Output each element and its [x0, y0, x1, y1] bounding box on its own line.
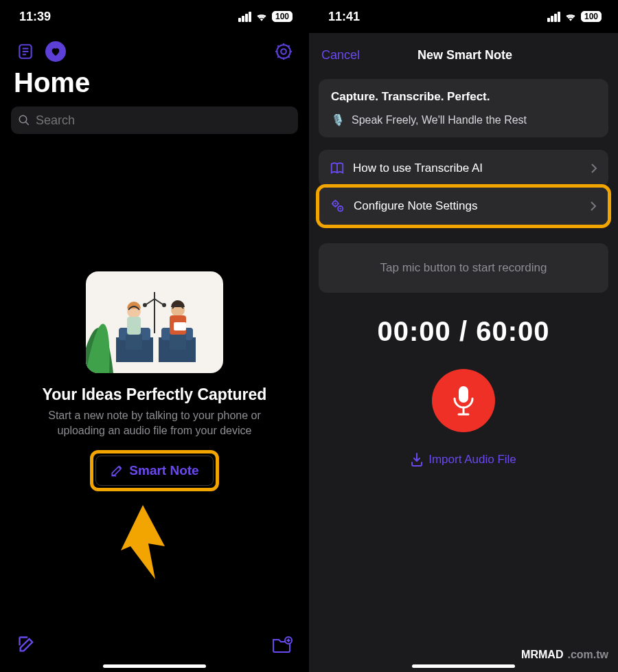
svg-rect-22 [126, 335, 142, 350]
hero-illustration [86, 271, 223, 373]
status-time: 11:39 [19, 10, 51, 24]
signal-icon [547, 12, 560, 22]
battery-indicator: 100 [272, 11, 293, 22]
chevron-right-icon [590, 201, 597, 212]
pointer-arrow-annotation [115, 505, 170, 581]
watermark: MRMAD.com.tw [502, 647, 608, 662]
svg-line-30 [154, 299, 163, 304]
highlight-ring: Configure Note Settings [316, 184, 611, 228]
row-label: How to use Transcribe AI [353, 161, 582, 175]
svg-point-29 [143, 303, 147, 307]
watermark-logo-icon [502, 647, 517, 662]
hero-title: Your Ideas Perfectly Captured [43, 385, 267, 404]
smart-note-button[interactable]: Smart Note [95, 456, 213, 486]
import-icon [411, 453, 423, 467]
info-card: Capture. Transcribe. Perfect. 🎙️ Speak F… [319, 79, 608, 137]
battery-indicator: 100 [581, 11, 602, 22]
hint-card: Tap mic button to start recording [319, 243, 608, 293]
options-list: How to use Transcribe AI [319, 150, 608, 187]
import-label: Import Audio File [428, 453, 516, 467]
svg-line-15 [25, 122, 29, 125]
svg-point-5 [281, 49, 286, 54]
svg-line-12 [277, 56, 279, 58]
configure-settings-row[interactable]: Configure Note Settings [319, 188, 608, 225]
svg-point-36 [334, 203, 336, 204]
book-icon [330, 161, 345, 176]
svg-point-38 [339, 208, 341, 209]
microphone-icon [450, 385, 477, 416]
status-time: 11:41 [328, 10, 360, 24]
home-indicator [103, 664, 206, 668]
chevron-right-icon [591, 163, 597, 174]
svg-line-13 [288, 45, 290, 47]
svg-line-11 [288, 56, 290, 58]
top-nav [0, 33, 309, 63]
modal-title: New Smart Note [324, 48, 606, 63]
wifi-icon [564, 12, 577, 21]
svg-rect-26 [174, 322, 186, 331]
watermark-brand: MRMAD [521, 649, 563, 661]
svg-line-10 [277, 45, 279, 47]
timer-elapsed: 00:00 [378, 316, 451, 346]
home-indicator [412, 664, 515, 668]
search-bar[interactable] [11, 107, 298, 134]
info-card-title: Capture. Transcribe. Perfect. [331, 90, 596, 104]
settings-icon[interactable] [272, 40, 295, 63]
status-bar: 11:41 100 [309, 0, 618, 33]
row-label: Configure Note Settings [354, 199, 582, 213]
microphone-emoji-icon: 🎙️ [331, 113, 345, 126]
compose-icon[interactable] [15, 633, 38, 656]
svg-point-31 [162, 303, 166, 307]
search-icon [18, 114, 30, 126]
smart-note-label: Smart Note [129, 463, 198, 478]
timer-sep: / [459, 316, 468, 346]
watermark-domain: .com.tw [567, 649, 608, 661]
hero-subtitle: Start a new note by talking to your phon… [0, 404, 309, 438]
notes-icon[interactable] [14, 40, 37, 63]
svg-line-28 [146, 299, 154, 304]
svg-point-14 [19, 115, 27, 123]
svg-rect-21 [127, 317, 141, 335]
new-note-modal: 11:41 100 Cancel New Smart Note Capture.… [309, 0, 618, 672]
empty-state: Your Ideas Perfectly Captured Start a ne… [0, 134, 309, 672]
timer-total: 60:00 [476, 316, 549, 346]
hint-text: Tap mic button to start recording [380, 261, 547, 274]
record-button[interactable] [432, 369, 495, 432]
svg-rect-25 [170, 335, 186, 350]
wifi-icon [255, 12, 268, 21]
status-bar: 11:39 100 [0, 0, 309, 33]
search-input[interactable] [36, 113, 291, 128]
new-folder-icon[interactable] [271, 633, 294, 656]
signal-icon [238, 12, 251, 22]
info-card-subtitle: Speak Freely, We'll Handle the Rest [352, 114, 527, 126]
highlight-ring: Smart Note [90, 450, 218, 491]
timer-display: 00:00 / 60:00 [309, 316, 618, 347]
favorites-icon[interactable] [45, 41, 66, 62]
gears-icon [330, 199, 345, 214]
import-audio-button[interactable]: Import Audio File [309, 453, 618, 467]
compose-icon [110, 464, 124, 478]
svg-rect-43 [459, 386, 468, 403]
home-screen: 11:39 100 Home [0, 0, 309, 672]
modal-header: Cancel New Smart Note [309, 33, 618, 65]
how-to-use-row[interactable]: How to use Transcribe AI [319, 150, 608, 187]
page-title: Home [0, 63, 309, 107]
